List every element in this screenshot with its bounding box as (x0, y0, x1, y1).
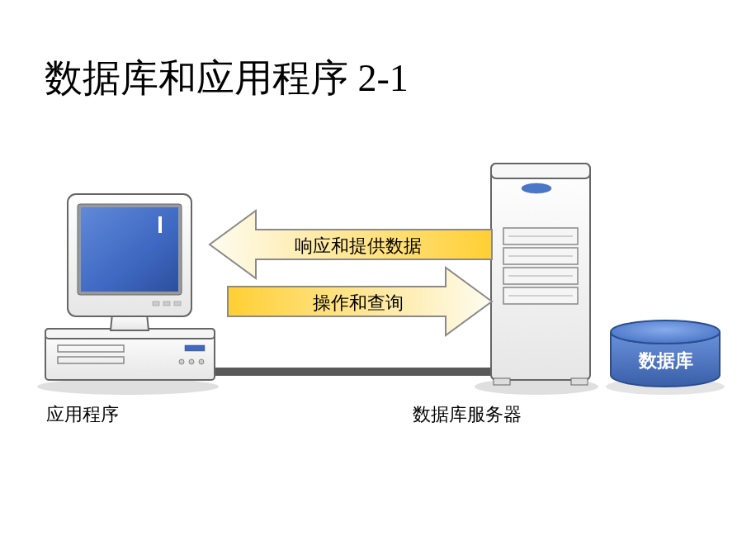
svg-rect-12 (158, 216, 162, 233)
svg-point-8 (199, 359, 204, 364)
svg-point-6 (179, 359, 184, 364)
svg-rect-13 (153, 301, 159, 306)
server-tower-icon (475, 164, 598, 395)
svg-rect-18 (491, 164, 590, 178)
client-label: 应用程序 (46, 402, 119, 427)
svg-rect-14 (163, 301, 170, 306)
svg-rect-15 (174, 301, 181, 306)
svg-point-7 (189, 359, 194, 364)
svg-rect-28 (494, 378, 510, 385)
database-label: 数据库 (639, 349, 693, 373)
svg-rect-29 (571, 378, 588, 385)
response-arrow-label: 响应和提供数据 (267, 234, 449, 259)
svg-rect-5 (185, 345, 205, 351)
architecture-diagram (0, 0, 756, 541)
svg-point-19 (522, 183, 551, 193)
svg-point-31 (611, 320, 720, 344)
request-arrow-label: 操作和查询 (267, 291, 449, 316)
client-computer-icon (37, 194, 219, 395)
server-label: 数据库服务器 (413, 402, 522, 427)
svg-rect-11 (81, 207, 178, 292)
